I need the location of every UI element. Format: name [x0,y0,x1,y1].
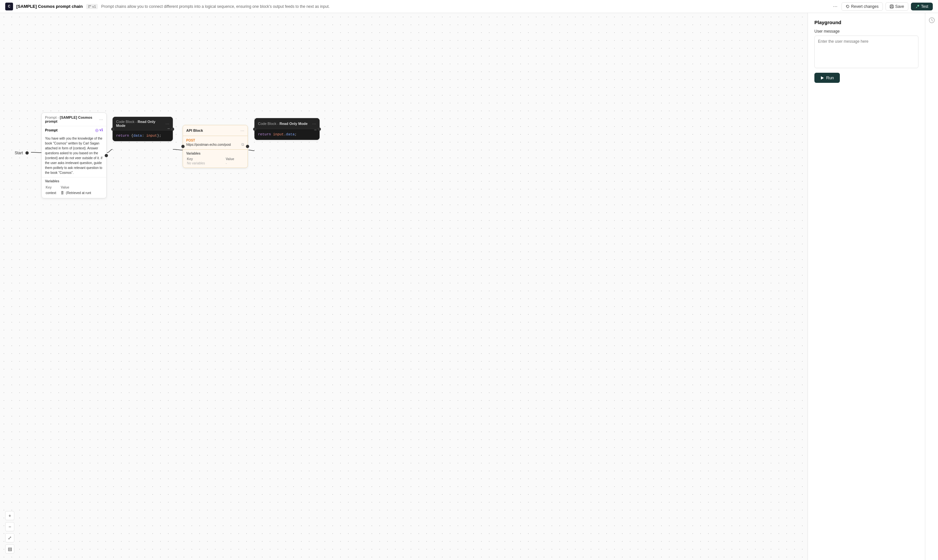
api-node-menu[interactable]: ··· [240,128,244,133]
user-message-label: User message [814,29,918,34]
header: C [SAMPLE] Cosmos prompt chain v1 Prompt… [0,0,938,13]
code-node-1-header: Code Block - Read Only Mode ··· [113,117,172,131]
prompt-node-header-label: Prompt - [SAMPLE] Cosmos prompt [45,115,99,123]
fit-button[interactable]: ⤢ [5,533,14,542]
revert-changes-button[interactable]: Revert changes [841,2,883,11]
code-node-2-collapse[interactable]: − [314,128,317,132]
history-icon[interactable] [929,17,935,23]
branch-icon [88,5,91,8]
connections-svg [0,13,807,560]
zoom-in-button[interactable]: + [5,511,14,520]
svg-marker-8 [821,76,824,80]
svg-point-2 [88,7,89,8]
prompt-connector-right [105,154,108,157]
prompt-node: Prompt - [SAMPLE] Cosmos prompt ··· Prom… [42,112,107,198]
playground-sidebar: Playground User message Run [807,13,925,560]
revert-icon [846,5,850,8]
code-node-2-connector-left [253,128,256,131]
prompt-node-menu[interactable]: ··· [99,117,103,122]
code-node-1-collapse[interactable]: − [167,126,170,131]
test-icon [915,5,920,8]
save-icon [890,5,893,8]
api-node-header: API Block ··· [183,125,248,136]
layers-button[interactable]: ▤ [5,545,14,554]
main-layout: Start Prompt - [SAMPLE] Cosmos prompt ··… [0,13,938,560]
api-node: API Block ··· POST https://postman-echo.… [183,125,248,168]
code-node-2-content: return input.data; [255,129,319,140]
api-connector-right [246,145,249,148]
header-actions: ··· Revert changes Save Test [832,2,933,11]
header-description: Prompt chains allow you to connect diffe… [101,4,829,9]
api-copy-icon[interactable]: ⧉ [241,142,244,147]
variable-row: context 🗄 (Retrieved at runt [46,191,102,195]
code-node-1: Code Block - Read Only Mode ··· return {… [112,117,173,141]
api-connector-left [181,145,185,148]
code-node-2-menu[interactable]: ··· [312,121,316,126]
icon-panel [925,13,938,560]
code-node-2: Code Block - Read Only Mode ··· return i… [254,118,320,140]
version-icon [95,129,98,132]
code-node-1-title: Code Block - Read Only Mode [116,120,165,128]
test-button[interactable]: Test [911,3,933,11]
prompt-variables: Variables Key Value context 🗄 [42,177,106,198]
code-node-1-menu[interactable]: ··· [165,121,169,126]
logo-text: C [8,5,10,8]
start-label: Start [15,151,23,155]
db-icon: 🗄 [61,191,64,195]
code-node-1-connector-left [111,128,114,131]
code-node-2-title: Code Block - Read Only Mode [258,122,308,126]
app-logo: C [5,3,13,11]
api-variables-table: Key Value No variables - [186,157,244,166]
version-badge: v1 [86,4,98,9]
api-node-variables: Variables Key Value No variables - [183,150,248,168]
code-node-2-connector-right [318,128,321,131]
svg-rect-5 [890,7,893,8]
api-node-url-section: POST https://postman-echo.com/post ⧉ [183,136,248,150]
page-title: [SAMPLE] Cosmos prompt chain [16,4,83,9]
user-message-input[interactable] [814,35,918,68]
prompt-node-header: Prompt - [SAMPLE] Cosmos prompt ··· [42,113,106,126]
zoom-out-button[interactable]: − [5,522,14,531]
prompt-section-label: Prompt v1 [42,126,106,134]
canvas-controls: + − ⤢ ▤ [5,511,14,554]
canvas[interactable]: Start Prompt - [SAMPLE] Cosmos prompt ··… [0,13,807,560]
prompt-text-content: You have with you the knowledge of the b… [42,134,106,177]
code-node-2-header: Code Block - Read Only Mode ··· [255,118,319,129]
save-button[interactable]: Save [886,2,908,11]
svg-point-1 [90,5,91,6]
more-options-button[interactable]: ··· [832,2,838,11]
variables-table: Key Value context 🗄 (Retrieved at runt [45,184,103,196]
code-node-1-content: return {data: input}; [113,131,172,141]
start-dot [25,151,29,155]
run-button[interactable]: Run [814,73,840,83]
start-node: Start [15,151,29,155]
svg-point-0 [88,5,89,6]
api-no-variables-row: No variables - [187,162,244,165]
run-icon [820,76,824,80]
code-node-1-connector-right [171,128,174,131]
prompt-version: v1 [95,128,103,132]
playground-title: Playground [814,20,918,25]
